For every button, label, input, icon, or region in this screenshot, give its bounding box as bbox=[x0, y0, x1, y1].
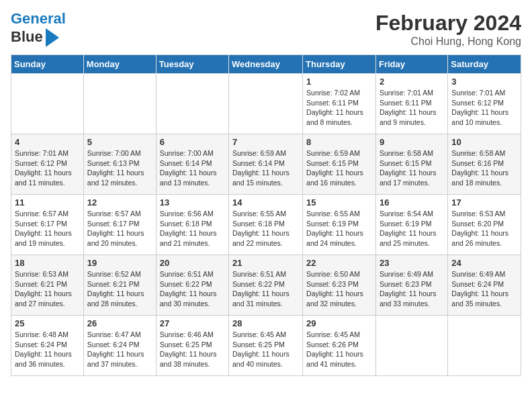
day-number: 20 bbox=[160, 258, 225, 268]
calendar-body: 1Sunrise: 7:02 AM Sunset: 6:11 PM Daylig… bbox=[11, 74, 521, 376]
calendar-cell: 28Sunrise: 6:45 AM Sunset: 6:25 PM Dayli… bbox=[229, 316, 303, 376]
calendar-cell: 13Sunrise: 6:56 AM Sunset: 6:18 PM Dayli… bbox=[156, 195, 228, 255]
day-info: Sunrise: 6:51 AM Sunset: 6:22 PM Dayligh… bbox=[232, 269, 299, 309]
day-info: Sunrise: 7:01 AM Sunset: 6:12 PM Dayligh… bbox=[15, 148, 80, 188]
day-info: Sunrise: 6:57 AM Sunset: 6:17 PM Dayligh… bbox=[15, 209, 80, 248]
calendar-cell: 26Sunrise: 6:47 AM Sunset: 6:24 PM Dayli… bbox=[83, 316, 156, 376]
day-number: 7 bbox=[232, 137, 299, 147]
week-row-3: 11Sunrise: 6:57 AM Sunset: 6:17 PM Dayli… bbox=[11, 195, 521, 255]
day-number: 26 bbox=[87, 318, 152, 328]
day-number: 29 bbox=[306, 318, 372, 328]
day-number: 2 bbox=[380, 77, 444, 87]
day-number: 16 bbox=[380, 197, 444, 208]
day-info: Sunrise: 7:02 AM Sunset: 6:11 PM Dayligh… bbox=[306, 88, 372, 128]
weekday-tuesday: Tuesday bbox=[156, 55, 228, 74]
calendar-cell: 14Sunrise: 6:55 AM Sunset: 6:18 PM Dayli… bbox=[229, 195, 303, 255]
day-info: Sunrise: 7:00 AM Sunset: 6:14 PM Dayligh… bbox=[160, 148, 225, 188]
day-info: Sunrise: 6:51 AM Sunset: 6:22 PM Dayligh… bbox=[160, 269, 225, 309]
week-row-2: 4Sunrise: 7:01 AM Sunset: 6:12 PM Daylig… bbox=[11, 134, 521, 195]
day-info: Sunrise: 7:01 AM Sunset: 6:12 PM Dayligh… bbox=[451, 88, 517, 128]
day-number: 17 bbox=[451, 197, 517, 208]
day-number: 24 bbox=[451, 258, 517, 268]
day-info: Sunrise: 6:53 AM Sunset: 6:20 PM Dayligh… bbox=[451, 209, 517, 248]
day-number: 21 bbox=[232, 258, 299, 268]
calendar-header: SundayMondayTuesdayWednesdayThursdayFrid… bbox=[11, 55, 521, 74]
day-number: 13 bbox=[160, 197, 225, 208]
calendar-cell: 18Sunrise: 6:53 AM Sunset: 6:21 PM Dayli… bbox=[11, 255, 84, 316]
weekday-monday: Monday bbox=[83, 55, 156, 74]
calendar-cell: 9Sunrise: 6:58 AM Sunset: 6:15 PM Daylig… bbox=[375, 134, 447, 195]
calendar-cell bbox=[448, 316, 521, 376]
calendar-cell: 5Sunrise: 7:00 AM Sunset: 6:13 PM Daylig… bbox=[83, 134, 156, 195]
day-info: Sunrise: 6:45 AM Sunset: 6:25 PM Dayligh… bbox=[232, 330, 299, 369]
day-info: Sunrise: 6:55 AM Sunset: 6:19 PM Dayligh… bbox=[306, 209, 372, 248]
calendar-cell: 7Sunrise: 6:59 AM Sunset: 6:14 PM Daylig… bbox=[229, 134, 303, 195]
day-number: 6 bbox=[160, 137, 225, 147]
weekday-wednesday: Wednesday bbox=[229, 55, 303, 74]
day-number: 8 bbox=[306, 137, 372, 147]
day-number: 11 bbox=[15, 197, 80, 208]
calendar-cell: 16Sunrise: 6:54 AM Sunset: 6:19 PM Dayli… bbox=[375, 195, 447, 255]
day-info: Sunrise: 6:47 AM Sunset: 6:24 PM Dayligh… bbox=[87, 330, 152, 369]
calendar-cell: 17Sunrise: 6:53 AM Sunset: 6:20 PM Dayli… bbox=[448, 195, 521, 255]
calendar-cell: 6Sunrise: 7:00 AM Sunset: 6:14 PM Daylig… bbox=[156, 134, 228, 195]
calendar-cell: 22Sunrise: 6:50 AM Sunset: 6:23 PM Dayli… bbox=[303, 255, 376, 316]
day-number: 25 bbox=[15, 318, 80, 328]
day-info: Sunrise: 6:59 AM Sunset: 6:14 PM Dayligh… bbox=[232, 148, 299, 188]
calendar-cell: 20Sunrise: 6:51 AM Sunset: 6:22 PM Dayli… bbox=[156, 255, 228, 316]
day-number: 22 bbox=[306, 258, 372, 268]
weekday-friday: Friday bbox=[375, 55, 447, 74]
day-info: Sunrise: 6:46 AM Sunset: 6:25 PM Dayligh… bbox=[160, 330, 225, 369]
calendar-cell: 29Sunrise: 6:45 AM Sunset: 6:26 PM Dayli… bbox=[303, 316, 376, 376]
day-info: Sunrise: 6:56 AM Sunset: 6:18 PM Dayligh… bbox=[160, 209, 225, 248]
weekday-header-row: SundayMondayTuesdayWednesdayThursdayFrid… bbox=[11, 55, 521, 74]
calendar-cell bbox=[83, 74, 156, 134]
logo-general: General bbox=[11, 10, 66, 27]
logo-blue: Blue bbox=[11, 29, 43, 45]
logo-arrow-icon bbox=[46, 28, 59, 47]
day-number: 14 bbox=[232, 197, 299, 208]
day-number: 28 bbox=[232, 318, 299, 328]
logo: General Blue bbox=[11, 11, 66, 47]
calendar-cell bbox=[156, 74, 228, 134]
day-number: 27 bbox=[160, 318, 225, 328]
calendar-cell: 3Sunrise: 7:01 AM Sunset: 6:12 PM Daylig… bbox=[448, 74, 521, 134]
page-header: General Blue February 2024 Choi Hung, Ho… bbox=[11, 11, 521, 48]
day-info: Sunrise: 6:58 AM Sunset: 6:15 PM Dayligh… bbox=[380, 148, 444, 188]
calendar-cell: 8Sunrise: 6:59 AM Sunset: 6:15 PM Daylig… bbox=[303, 134, 376, 195]
calendar-cell bbox=[11, 74, 84, 134]
day-info: Sunrise: 6:49 AM Sunset: 6:23 PM Dayligh… bbox=[380, 269, 444, 309]
day-number: 1 bbox=[306, 77, 372, 87]
title-block: February 2024 Choi Hung, Hong Kong bbox=[375, 11, 521, 48]
day-number: 5 bbox=[87, 137, 152, 147]
day-info: Sunrise: 6:57 AM Sunset: 6:17 PM Dayligh… bbox=[87, 209, 152, 248]
week-row-5: 25Sunrise: 6:48 AM Sunset: 6:24 PM Dayli… bbox=[11, 316, 521, 376]
day-number: 19 bbox=[87, 258, 152, 268]
day-info: Sunrise: 6:45 AM Sunset: 6:26 PM Dayligh… bbox=[306, 330, 372, 369]
day-number: 18 bbox=[15, 258, 80, 268]
day-number: 12 bbox=[87, 197, 152, 208]
calendar-cell: 23Sunrise: 6:49 AM Sunset: 6:23 PM Dayli… bbox=[375, 255, 447, 316]
calendar-cell: 19Sunrise: 6:52 AM Sunset: 6:21 PM Dayli… bbox=[83, 255, 156, 316]
weekday-sunday: Sunday bbox=[11, 55, 84, 74]
day-info: Sunrise: 6:48 AM Sunset: 6:24 PM Dayligh… bbox=[15, 330, 80, 369]
calendar-cell: 2Sunrise: 7:01 AM Sunset: 6:11 PM Daylig… bbox=[375, 74, 447, 134]
day-number: 23 bbox=[380, 258, 444, 268]
calendar-table: SundayMondayTuesdayWednesdayThursdayFrid… bbox=[11, 54, 521, 376]
day-info: Sunrise: 6:58 AM Sunset: 6:16 PM Dayligh… bbox=[451, 148, 517, 188]
calendar-cell: 21Sunrise: 6:51 AM Sunset: 6:22 PM Dayli… bbox=[229, 255, 303, 316]
day-number: 9 bbox=[380, 137, 444, 147]
day-info: Sunrise: 6:52 AM Sunset: 6:21 PM Dayligh… bbox=[87, 269, 152, 309]
day-info: Sunrise: 6:49 AM Sunset: 6:24 PM Dayligh… bbox=[451, 269, 517, 309]
calendar-cell: 11Sunrise: 6:57 AM Sunset: 6:17 PM Dayli… bbox=[11, 195, 84, 255]
weekday-thursday: Thursday bbox=[303, 55, 376, 74]
calendar-cell: 24Sunrise: 6:49 AM Sunset: 6:24 PM Dayli… bbox=[448, 255, 521, 316]
calendar-subtitle: Choi Hung, Hong Kong bbox=[375, 36, 521, 48]
calendar-cell: 15Sunrise: 6:55 AM Sunset: 6:19 PM Dayli… bbox=[303, 195, 376, 255]
day-info: Sunrise: 7:01 AM Sunset: 6:11 PM Dayligh… bbox=[380, 88, 444, 128]
day-info: Sunrise: 7:00 AM Sunset: 6:13 PM Dayligh… bbox=[87, 148, 152, 188]
calendar-cell bbox=[375, 316, 447, 376]
day-number: 3 bbox=[451, 77, 517, 87]
calendar-title: February 2024 bbox=[375, 11, 521, 36]
week-row-4: 18Sunrise: 6:53 AM Sunset: 6:21 PM Dayli… bbox=[11, 255, 521, 316]
